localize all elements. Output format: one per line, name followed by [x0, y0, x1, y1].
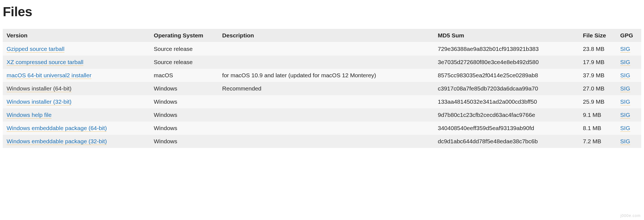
col-header-size: File Size: [579, 29, 616, 42]
sig-link[interactable]: SIG: [620, 138, 630, 145]
table-row: Gzipped source tarballSource release729e…: [3, 42, 641, 56]
cell-md5: 9d7b80c1c23cfb2cecd63ac4fac9766e: [434, 108, 579, 122]
sig-link[interactable]: SIG: [620, 85, 630, 92]
cell-size: 8.1 MB: [579, 122, 616, 135]
files-table-body: Gzipped source tarballSource release729e…: [3, 42, 641, 148]
cell-os: Source release: [150, 56, 219, 69]
cell-md5: 729e36388ae9a832b01cf9138921b383: [434, 42, 579, 56]
cell-size: 25.9 MB: [579, 95, 616, 108]
cell-gpg: SIG: [616, 82, 641, 95]
col-header-gpg: GPG: [616, 29, 641, 42]
table-row: Windows embeddable package (64-bit)Windo…: [3, 122, 641, 135]
cell-gpg: SIG: [616, 135, 641, 148]
cell-description: [218, 135, 434, 148]
table-row: Windows installer (64-bit)WindowsRecomme…: [3, 82, 641, 95]
cell-description: [218, 42, 434, 56]
download-version-link[interactable]: Windows installer (64-bit): [7, 85, 72, 92]
cell-md5: dc9d1abc644dd78f5e48edae38c7bc6b: [434, 135, 579, 148]
cell-size: 7.2 MB: [579, 135, 616, 148]
sig-link[interactable]: SIG: [620, 98, 630, 105]
cell-gpg: SIG: [616, 122, 641, 135]
cell-md5: c3917c08a7fe85db7203da6dcaa99a70: [434, 82, 579, 95]
cell-size: 9.1 MB: [579, 108, 616, 122]
cell-version: Windows installer (32-bit): [3, 95, 150, 108]
cell-version: macOS 64-bit universal2 installer: [3, 69, 150, 82]
table-row: macOS 64-bit universal2 installermacOSfo…: [3, 69, 641, 82]
files-table-head: Version Operating System Description MD5…: [3, 29, 641, 42]
cell-description: [218, 56, 434, 69]
col-header-version: Version: [3, 29, 150, 42]
download-version-link[interactable]: Windows help file: [7, 112, 51, 119]
cell-os: Windows: [150, 108, 219, 122]
sig-link[interactable]: SIG: [620, 112, 630, 119]
cell-os: Windows: [150, 135, 219, 148]
sig-link[interactable]: SIG: [620, 46, 630, 53]
col-header-md5: MD5 Sum: [434, 29, 579, 42]
cell-os: Source release: [150, 42, 219, 56]
sig-link[interactable]: SIG: [620, 59, 630, 66]
files-table: Version Operating System Description MD5…: [3, 29, 641, 148]
cell-md5: 3e7035d272680f80e3ce4e8eb492d580: [434, 56, 579, 69]
download-version-link[interactable]: Gzipped source tarball: [7, 46, 64, 53]
files-page: Files Version Operating System Descripti…: [0, 4, 644, 153]
cell-md5: 340408540eeff359d5eaf93139ab90fd: [434, 122, 579, 135]
cell-os: macOS: [150, 69, 219, 82]
cell-version: Windows embeddable package (32-bit): [3, 135, 150, 148]
download-version-link[interactable]: macOS 64-bit universal2 installer: [7, 72, 91, 79]
cell-version: Gzipped source tarball: [3, 42, 150, 56]
col-header-os: Operating System: [150, 29, 219, 42]
table-row: XZ compressed source tarballSource relea…: [3, 56, 641, 69]
files-heading: Files: [3, 4, 641, 19]
cell-size: 17.9 MB: [579, 56, 616, 69]
table-row: Windows help fileWindows9d7b80c1c23cfb2c…: [3, 108, 641, 122]
cell-description: [218, 95, 434, 108]
cell-size: 27.0 MB: [579, 82, 616, 95]
cell-version: Windows installer (64-bit): [3, 82, 150, 95]
col-header-description: Description: [218, 29, 434, 42]
cell-md5: 133aa48145032e341ad2a000cd3bff50: [434, 95, 579, 108]
table-row: Windows installer (32-bit)Windows133aa48…: [3, 95, 641, 108]
cell-gpg: SIG: [616, 42, 641, 56]
cell-gpg: SIG: [616, 69, 641, 82]
download-version-link[interactable]: Windows embeddable package (64-bit): [7, 125, 107, 132]
cell-md5: 8575cc983035ea2f0414e25ce0289ab8: [434, 69, 579, 82]
cell-description: for macOS 10.9 and later (updated for ma…: [218, 69, 434, 82]
cell-os: Windows: [150, 122, 219, 135]
sig-link[interactable]: SIG: [620, 72, 630, 79]
cell-os: Windows: [150, 82, 219, 95]
cell-gpg: SIG: [616, 56, 641, 69]
sig-link[interactable]: SIG: [620, 125, 630, 132]
cell-description: [218, 108, 434, 122]
table-row: Windows embeddable package (32-bit)Windo…: [3, 135, 641, 148]
cell-description: Recommended: [218, 82, 434, 95]
cell-version: Windows help file: [3, 108, 150, 122]
download-version-link[interactable]: Windows installer (32-bit): [7, 98, 72, 105]
cell-size: 37.9 MB: [579, 69, 616, 82]
cell-gpg: SIG: [616, 95, 641, 108]
cell-description: [218, 122, 434, 135]
cell-size: 23.8 MB: [579, 42, 616, 56]
cell-version: Windows embeddable package (64-bit): [3, 122, 150, 135]
cell-version: XZ compressed source tarball: [3, 56, 150, 69]
cell-gpg: SIG: [616, 108, 641, 122]
download-version-link[interactable]: XZ compressed source tarball: [7, 59, 83, 66]
cell-os: Windows: [150, 95, 219, 108]
download-version-link[interactable]: Windows embeddable package (32-bit): [7, 138, 107, 145]
